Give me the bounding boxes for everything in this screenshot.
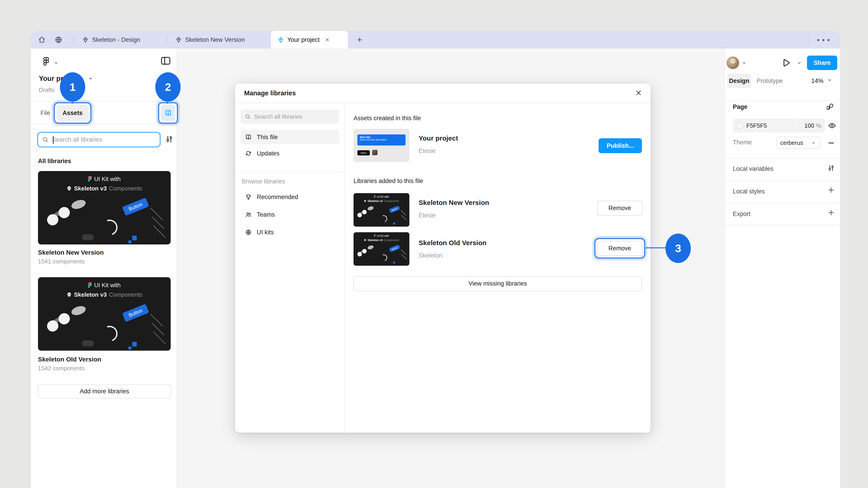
section-assets-heading: Assets created in this file	[353, 115, 421, 122]
search-community-button[interactable]	[53, 34, 64, 46]
text-cursor	[53, 136, 54, 144]
slider-shape	[48, 313, 67, 327]
dialog-search-input[interactable]	[254, 113, 335, 120]
nav-recommended[interactable]: Recommended	[241, 190, 339, 204]
tab-your-project[interactable]: Your project	[271, 31, 348, 48]
slider-shape	[48, 207, 67, 221]
search-icon	[245, 113, 251, 120]
callout-ring-libraries-button	[158, 102, 178, 124]
accordion-line	[152, 323, 164, 335]
close-tab-icon[interactable]	[324, 37, 330, 42]
eye-icon[interactable]	[828, 121, 836, 130]
thumb-caption: UI Kit with	[94, 175, 121, 183]
accordion-line	[153, 225, 166, 238]
divider	[31, 124, 177, 124]
nav-teams[interactable]: Teams	[241, 207, 339, 222]
publish-button[interactable]: Publish...	[598, 138, 642, 153]
new-tab-button[interactable]	[354, 34, 366, 46]
color-hex-value[interactable]: F5F5F5	[746, 122, 767, 129]
tab-design[interactable]: Design	[727, 74, 751, 88]
filter-icon[interactable]	[165, 134, 174, 144]
tab-divider	[73, 35, 73, 44]
lightbulb-icon	[245, 194, 252, 200]
add-export-icon[interactable]	[827, 208, 835, 217]
theme-value: cerberus	[780, 139, 803, 147]
chevron-down-icon[interactable]	[54, 60, 59, 65]
nav-this-file[interactable]: This file	[241, 130, 339, 144]
nav-label: Updates	[257, 150, 280, 157]
figma-file-icon	[175, 36, 182, 43]
tab-prototype[interactable]: Prototype	[756, 77, 783, 85]
chevron-down-icon[interactable]	[88, 76, 93, 81]
home-icon	[38, 36, 46, 44]
figma-logo-icon[interactable]	[41, 56, 51, 69]
breadcrumb[interactable]: Drafts	[39, 87, 55, 94]
tab-file[interactable]: File	[40, 109, 51, 117]
book-icon	[245, 134, 252, 140]
checkbox-shape	[132, 236, 137, 240]
tab-label: Skeleton - Design	[92, 36, 140, 43]
chevron-down-icon[interactable]	[797, 60, 802, 65]
library-card-thumbnail[interactable]: UI Kit with Skeleton v3Components Button	[38, 171, 170, 245]
page-color-field[interactable]: F5F5F5	[733, 119, 794, 133]
spinner-shape	[99, 323, 120, 344]
chevron-down-icon[interactable]	[827, 77, 832, 83]
toggle-sidebar-icon[interactable]	[160, 55, 172, 67]
theme-select[interactable]: cerberus	[776, 137, 820, 149]
search-input[interactable]	[52, 136, 156, 143]
nav-label: Teams	[257, 211, 275, 218]
present-play-icon[interactable]	[780, 58, 791, 68]
people-icon	[245, 211, 252, 218]
variables-filter-icon[interactable]	[827, 163, 835, 173]
library-search-box[interactable]	[37, 132, 160, 147]
add-more-libraries-button[interactable]: Add more libraries	[38, 384, 171, 398]
library-card-count: 1542 components	[38, 365, 85, 372]
library-card-count: 1541 components	[38, 258, 85, 265]
library-card-title[interactable]: Skeleton New Version	[38, 249, 104, 256]
dialog-search-box[interactable]	[241, 109, 339, 124]
divider	[725, 181, 840, 181]
checkbox-shape	[393, 223, 395, 225]
skull-icon	[66, 186, 72, 191]
add-style-icon[interactable]	[827, 186, 835, 194]
library-row-thumbnail: UI Kit with Skeleton v3Components Button	[353, 232, 409, 266]
nav-label: This file	[257, 134, 278, 141]
opacity-value[interactable]: 100	[804, 122, 814, 129]
divider	[725, 203, 840, 203]
nav-ui-kits[interactable]: UI kits	[241, 225, 339, 239]
library-card-title[interactable]: Skeleton Old Version	[38, 356, 101, 363]
avatar-shape	[367, 205, 374, 211]
divider	[235, 172, 344, 173]
home-button[interactable]	[36, 34, 48, 46]
figma-file-icon	[82, 36, 89, 43]
chevron-down-icon[interactable]	[742, 60, 747, 65]
figma-logo-mini-icon	[374, 234, 376, 237]
tab-skeleton-new-version[interactable]: Skeleton New Version	[169, 31, 251, 48]
window-overflow-menu[interactable]	[817, 39, 830, 41]
remove-button[interactable]: Remove	[597, 201, 643, 216]
skull-icon	[364, 239, 366, 241]
figma-logo-mini-icon	[88, 176, 92, 182]
divider	[725, 101, 840, 101]
nav-label: Recommended	[257, 194, 298, 201]
theme-label: Theme	[733, 139, 752, 146]
spinner-shape	[99, 217, 120, 238]
close-icon[interactable]	[635, 89, 643, 97]
page-opacity-field[interactable]: 100 %	[795, 119, 825, 133]
tab-skeleton-design[interactable]: Skeleton - Design	[76, 31, 147, 48]
share-button[interactable]: Share	[807, 56, 837, 70]
avatar[interactable]	[726, 57, 739, 69]
divider	[725, 225, 840, 225]
avatar-shape	[70, 304, 87, 317]
minus-icon[interactable]	[827, 139, 835, 147]
callout-connector-3	[646, 248, 666, 248]
radio-shape	[128, 240, 131, 243]
page-styles-icon[interactable]	[827, 102, 835, 111]
library-card-thumbnail[interactable]: UI Kit with Skeleton v3Components Button	[38, 277, 170, 351]
nav-updates[interactable]: Updates	[241, 146, 339, 161]
zoom-level[interactable]: 14%	[811, 77, 824, 85]
alert-component: Alert title Short and clear description	[358, 134, 405, 145]
color-swatch[interactable]	[736, 122, 743, 129]
view-missing-libraries-button[interactable]: View missing libraries	[353, 276, 642, 291]
tab-divider	[808, 35, 809, 44]
